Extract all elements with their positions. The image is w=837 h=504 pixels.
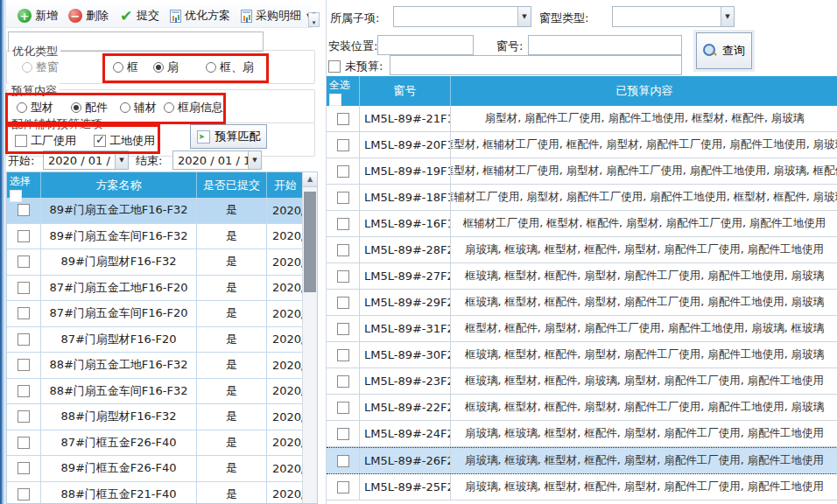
row-checkbox[interactable] <box>337 375 349 388</box>
checkbox-icon <box>15 135 27 147</box>
optimize-plan-button[interactable]: 优化方案 <box>165 5 236 26</box>
table-row[interactable]: LM5L-89#-18F16 框辅材工厂使用, 扇型材, 扇配件工厂使用, 扇配… <box>327 185 837 211</box>
row-checkbox[interactable] <box>337 297 349 309</box>
table-row[interactable]: 87#门框五金F26-F40 是 2020/0 <box>7 430 302 457</box>
table-row[interactable]: 88#门扇五金车间F16-F32 是 2020/0 <box>7 379 302 405</box>
chevron-down-icon[interactable]: ▼ <box>517 7 531 26</box>
plan-name-cell: 89#门框五金F26-F40 <box>40 456 196 481</box>
no-budget-row: 未预算: <box>328 56 383 77</box>
row-checkbox[interactable] <box>337 218 349 230</box>
radio-option[interactable]: 框 <box>113 60 138 75</box>
table-row[interactable]: 89#门扇五金车间F16-F32 是 2020/0 <box>7 224 302 250</box>
sub-item-dropdown[interactable]: ▼ <box>393 6 531 27</box>
no-budget-input[interactable] <box>390 55 682 75</box>
row-checkbox[interactable] <box>337 270 349 283</box>
row-checkbox[interactable] <box>18 488 30 500</box>
row-checkbox[interactable] <box>337 323 349 335</box>
chevron-down-icon[interactable]: ▼ <box>721 7 734 26</box>
purchase-detail-button[interactable]: 采购明细 ▼ <box>236 5 317 26</box>
table-row[interactable]: 89#门框五金F26-F40 是 2020/0 <box>7 456 302 482</box>
select-all-checkbox[interactable] <box>10 190 22 202</box>
radio-icon <box>153 62 164 73</box>
table-row[interactable]: LM5L-89#-25F23 扇玻璃, 框玻璃, 框型材, 框配件, 扇型材, … <box>327 474 837 500</box>
row-checkbox[interactable] <box>18 410 30 423</box>
submitted-header[interactable]: 是否已提交 <box>196 172 266 198</box>
row-checkbox[interactable] <box>18 359 30 371</box>
radio-option[interactable]: 辅材 <box>120 100 157 116</box>
submit-button[interactable]: ✔ 提交 <box>114 5 165 26</box>
add-button[interactable]: + 新增 <box>12 5 63 26</box>
row-checkbox[interactable] <box>337 165 349 178</box>
budget-match-button[interactable]: 预算匹配 <box>190 124 267 149</box>
window-no-input[interactable] <box>528 35 682 55</box>
table-row[interactable]: LM5L-89#-20F18 框型材, 框辅材工厂使用, 框配件, 扇型材, 扇… <box>327 132 837 158</box>
start-date-picker[interactable]: 2020 / 01 / 1 ▼ <box>43 150 129 170</box>
row-checkbox[interactable] <box>337 481 349 494</box>
no-budget-checkbox[interactable] <box>328 60 341 73</box>
row-checkbox[interactable] <box>18 282 30 294</box>
row-checkbox[interactable] <box>18 307 30 319</box>
end-date-picker[interactable]: 2020 / 01 / 13 ▼ <box>172 150 262 170</box>
row-checkbox[interactable] <box>337 402 349 414</box>
row-checkbox[interactable] <box>337 428 349 440</box>
radio-option[interactable]: 扇 <box>153 60 179 75</box>
radio-option[interactable]: 框扇信息 <box>164 100 223 116</box>
table-row[interactable]: 89#门扇五金工地F16-F32 是 2020/0 <box>7 198 302 224</box>
plan-name-cell: 87#门扇五金工地F16-F20 <box>40 276 196 301</box>
table-row[interactable]: 87#门扇五金工地F16-F20 是 2020/0 <box>7 276 302 302</box>
row-checkbox[interactable] <box>337 139 349 151</box>
table-row[interactable]: LM5L-89#-27F25 框玻璃, 框型材, 框配件, 扇型材, 扇配件工厂… <box>327 263 837 290</box>
table-row[interactable]: LM5L-89#-31F29 框型材, 框配件, 扇型材, 扇配件工厂使用, 扇… <box>327 316 837 342</box>
row-checkbox[interactable] <box>18 333 30 346</box>
row-checkbox[interactable] <box>18 437 30 449</box>
start-header[interactable]: 开始 <box>266 172 302 198</box>
radio-option[interactable]: 配件 <box>71 100 108 116</box>
chevron-down-icon[interactable]: ▼ <box>115 151 128 169</box>
table-row[interactable]: LM5L-89#-24F22 扇玻璃, 框玻璃, 框型材, 框配件, 扇型材, … <box>327 421 837 447</box>
radio-option[interactable]: 整窗 <box>22 60 59 75</box>
vertical-scrollbar[interactable]: ▲ <box>302 172 317 503</box>
row-checkbox[interactable] <box>18 204 30 216</box>
row-checkbox[interactable] <box>18 256 30 268</box>
table-row[interactable]: LM5L-89#-23F21 框玻璃, 框型材, 框配件, 扇玻璃, 扇型材, … <box>327 368 837 395</box>
toolbar-overflow-button[interactable]: ‾▾ <box>308 12 320 27</box>
table-row[interactable]: LM5L-89#-26F24 扇玻璃, 框玻璃, 框型材, 框配件, 扇型材, … <box>327 447 837 474</box>
row-checkbox[interactable] <box>337 244 349 256</box>
checkbox-option[interactable]: 工地使用 <box>94 133 155 149</box>
table-row[interactable]: 88#门扇五金工地F16-F32 是 2020/0 <box>7 353 302 379</box>
plan-name-header[interactable]: 方案名称 <box>40 172 196 198</box>
table-row[interactable]: LM5L-89#-22F20 框玻璃, 框型材, 框配件, 扇型材, 扇配件工厂… <box>327 395 837 421</box>
window-no-header[interactable]: 窗号 <box>359 76 450 106</box>
row-checkbox[interactable] <box>337 455 349 467</box>
row-checkbox[interactable] <box>337 192 349 204</box>
table-row[interactable]: LM5L-89#-21F19 扇型材, 扇配件工厂使用, 扇配件工地使用, 框型… <box>327 106 837 132</box>
install-position-input[interactable] <box>377 35 474 55</box>
row-checkbox[interactable] <box>18 385 30 397</box>
radio-option[interactable]: 框、扇 <box>206 60 254 75</box>
table-row[interactable]: LM5L-89#-16F15 框辅材工厂使用, 框型材, 框配件, 扇型材, 扇… <box>327 211 837 237</box>
table-row[interactable]: 88#门扇型材F16-F32 是 2020/0 <box>7 404 302 430</box>
table-row[interactable]: LM5L-89#-30F28 框玻璃, 框型材, 框配件, 扇型材, 扇配件工厂… <box>327 342 837 368</box>
budget-match-icon <box>197 130 210 144</box>
row-checkbox[interactable] <box>18 462 30 474</box>
select-all-checkbox[interactable] <box>329 94 341 106</box>
budgeted-content-header[interactable]: 已预算内容 <box>450 76 837 106</box>
table-row[interactable]: LM5L-89#-29F27 框玻璃, 框型材, 框配件, 扇型材, 扇配件工厂… <box>327 290 837 316</box>
delete-button[interactable]: − 删除 <box>63 5 114 26</box>
table-row[interactable]: 88#门框五金F21-F40 是 2020/0 <box>7 482 302 504</box>
row-checkbox[interactable] <box>337 113 349 125</box>
scroll-up-arrow-icon[interactable]: ▲ <box>303 172 317 187</box>
table-row[interactable]: LM5L-89#-19F17 框型材, 框辅材工厂使用, 扇型材, 扇配件工厂使… <box>327 158 837 185</box>
scrollbar-thumb[interactable] <box>304 192 316 292</box>
table-row[interactable]: 87#门扇五金车间F16-F20 是 2020/0 <box>7 301 302 327</box>
row-checkbox[interactable] <box>18 230 30 242</box>
table-row[interactable]: LM5L-89#-28F26 扇玻璃, 框玻璃, 框型材, 框配件, 扇型材, … <box>327 237 837 263</box>
row-checkbox[interactable] <box>337 349 349 361</box>
table-row[interactable]: 89#门扇型材F16-F32 是 2020/0 <box>7 249 302 276</box>
query-button[interactable]: 查询 <box>696 32 752 69</box>
checkbox-option[interactable]: 工厂使用 <box>15 133 76 149</box>
radio-option[interactable]: 型材 <box>17 100 53 116</box>
table-row[interactable]: 87#门扇型材F16-F20 是 2020/0 <box>7 327 302 354</box>
chevron-down-icon[interactable]: ▼ <box>248 151 261 169</box>
window-type-dropdown[interactable]: ▼ <box>612 6 735 27</box>
